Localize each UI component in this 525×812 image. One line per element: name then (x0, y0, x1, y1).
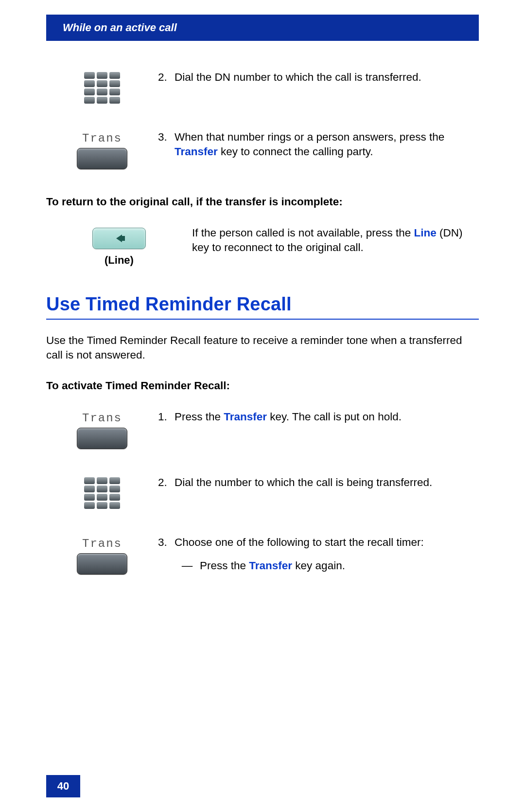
step-number: 2. (158, 70, 175, 85)
return-heading: To return to the original call, if the t… (46, 196, 479, 208)
dash-bullet: — (175, 559, 200, 573)
speaker-icon (116, 235, 122, 242)
step-number: 2. (158, 475, 175, 490)
step-text: When that number rings or a person answe… (175, 130, 479, 160)
step-row: 2. Dial the number to which the call is … (46, 475, 479, 509)
trans-key-label: Trans (82, 537, 122, 550)
step-text: Press the Transfer key. The call is put … (175, 410, 402, 424)
line-key-icon (92, 228, 146, 249)
step-text: Choose one of the following to start the… (175, 536, 424, 548)
step-text: If the person called is not available, p… (192, 227, 463, 253)
page-number: 40 (46, 775, 80, 797)
step-row: Trans 3. When that number rings or a per… (46, 130, 479, 169)
keypad-icon (84, 477, 120, 509)
activate-heading: To activate Timed Reminder Recall: (46, 379, 479, 392)
sub-step-text: Press the Transfer key again. (200, 559, 345, 573)
step-text: Dial the DN number to which the call is … (175, 70, 421, 85)
keypad-icon (84, 72, 120, 104)
trans-key-label: Trans (82, 412, 122, 425)
step-row: Trans 1. Press the Transfer key. The cal… (46, 410, 479, 449)
softkey-button-icon (77, 148, 127, 169)
step-number: 3. (158, 535, 175, 574)
step-text: Dial the number to which the call is bei… (175, 475, 432, 490)
step-number: 1. (158, 410, 175, 424)
step-number: 3. (158, 130, 175, 160)
step-row: 2. Dial the DN number to which the call … (46, 70, 479, 104)
step-row: (Line) If the person called is not avail… (46, 226, 479, 267)
step-row: Trans 3. Choose one of the following to … (46, 535, 479, 575)
section-intro: Use the Timed Reminder Recall feature to… (46, 333, 479, 363)
chapter-header: While on an active call (46, 15, 479, 41)
line-key-caption: (Line) (105, 254, 134, 267)
trans-key-label: Trans (82, 132, 122, 145)
section-title: Use Timed Reminder Recall (46, 294, 479, 320)
softkey-button-icon (77, 553, 127, 575)
softkey-button-icon (77, 428, 127, 449)
